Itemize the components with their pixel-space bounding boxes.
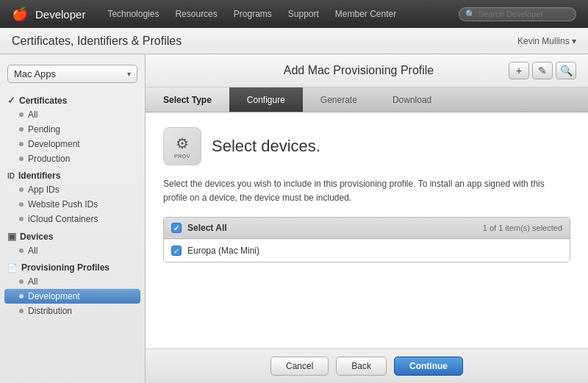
section-devices: ▣ Devices [0,226,145,243]
platform-dropdown-label: Mac Apps [14,68,56,79]
cancel-button[interactable]: Cancel [270,357,329,376]
sidebar-item-cert-production[interactable]: Production [0,151,145,166]
top-navigation: 🍎 Developer Technologies Resources Progr… [0,0,588,28]
select-all-row: ✓ Select All [171,223,227,233]
dot-icon [19,248,24,253]
user-menu[interactable]: Kevin Mullins [517,36,576,46]
section-certificates: ✓ Certificates [0,90,145,107]
chevron-down-icon: ▾ [127,70,131,78]
search-box[interactable]: 🔍 [459,7,576,21]
select-count: 1 of 1 item(s) selected [483,223,562,232]
sidebar-item-devices-all[interactable]: All [0,243,145,258]
step-generate[interactable]: Generate [303,87,375,112]
platform-dropdown[interactable]: Mac Apps ▾ [7,65,137,83]
dot-icon [19,294,24,298]
nav-resources[interactable]: Resources [175,9,217,19]
nav-technologies[interactable]: Technologies [107,9,159,19]
content-title: Add Mac Provisioning Profile [209,64,509,77]
certificates-icon: ✓ [7,95,15,106]
select-all-checkbox[interactable]: ✓ [171,223,182,233]
dot-icon [19,142,24,146]
search-icon: 🔍 [465,10,476,19]
nav-member-center[interactable]: Member Center [335,9,396,19]
sidebar-item-prov-distribution[interactable]: Distribution [0,304,145,318]
device-list: ✓ Select All 1 of 1 item(s) selected ✓ E… [163,217,570,262]
section-provisioning-label: Provisioning Profiles [21,262,110,273]
sidebar: Mac Apps ▾ ✓ Certificates All Pending De… [0,54,146,383]
content-footer: Cancel Back Continue [146,348,588,383]
step-select-type[interactable]: Select Type [146,87,229,112]
back-button[interactable]: Back [336,357,387,376]
step-download[interactable]: Download [375,87,449,112]
device-row: ✓ Europa (Mac Mini) [164,239,570,262]
device-list-header: ✓ Select All 1 of 1 item(s) selected [164,218,570,239]
search-button[interactable]: 🔍 [556,62,576,79]
sidebar-item-cert-all[interactable]: All [0,107,145,122]
steps-bar: Select Type Configure Generate Download [146,87,588,112]
sidebar-item-prov-development[interactable]: Development [4,289,140,304]
sidebar-item-cert-development[interactable]: Development [0,137,145,151]
dot-icon [19,157,24,161]
nav-programs[interactable]: Programs [234,9,272,19]
toolbar-icons: + ✎ 🔍 [509,62,576,79]
sidebar-item-app-ids[interactable]: App IDs [0,182,145,197]
apple-logo-icon: 🍎 [12,6,28,22]
provisioning-icon: 📄 [7,263,18,273]
main-layout: Mac Apps ▾ ✓ Certificates All Pending De… [0,54,588,383]
add-button[interactable]: + [509,62,529,79]
select-all-label: Select All [187,223,227,233]
dot-icon [19,127,24,132]
page-title: Certificates, Identifiers & Profiles [12,35,182,48]
sidebar-item-icloud-containers[interactable]: iCloud Containers [0,212,145,226]
nav-links: Technologies Resources Programs Support … [107,9,459,19]
description-text: Select the devices you wish to include i… [163,177,570,205]
section-certificates-label: Certificates [19,96,67,106]
dot-icon [19,202,24,207]
step-configure[interactable]: Configure [229,87,303,112]
content-area: Add Mac Provisioning Profile + ✎ 🔍 Selec… [146,54,588,383]
dot-icon [19,309,24,313]
dot-icon [19,279,24,284]
device-header: ⚙ PROV Select devices. [163,127,570,165]
content-header: Add Mac Provisioning Profile + ✎ 🔍 [146,54,588,87]
dot-icon [19,112,24,117]
section-devices-label: Devices [20,232,53,242]
device-name: Europa (Mac Mini) [187,246,259,256]
edit-button[interactable]: ✎ [532,62,553,79]
sidebar-item-prov-all[interactable]: All [0,274,145,289]
sidebar-item-website-push-ids[interactable]: Website Push IDs [0,197,145,212]
device-heading: Select devices. [212,137,320,156]
devices-icon: ▣ [7,231,16,242]
sidebar-item-cert-pending[interactable]: Pending [0,122,145,137]
section-identifiers: ID Identifiers [0,166,145,182]
dot-icon [19,187,24,192]
brand-name: Developer [35,8,85,21]
content-body: ⚙ PROV Select devices. Select the device… [146,112,588,348]
nav-support[interactable]: Support [288,9,319,19]
dot-icon [19,217,24,221]
device-checkbox[interactable]: ✓ [171,246,182,256]
section-identifiers-label: Identifiers [18,171,60,181]
search-input[interactable] [478,10,574,18]
sub-header: Certificates, Identifiers & Profiles Kev… [0,28,588,54]
prov-file-icon: ⚙ PROV [163,127,201,165]
section-provisioning: 📄 Provisioning Profiles [0,258,145,274]
identifiers-icon: ID [7,172,15,180]
continue-button[interactable]: Continue [394,357,463,376]
